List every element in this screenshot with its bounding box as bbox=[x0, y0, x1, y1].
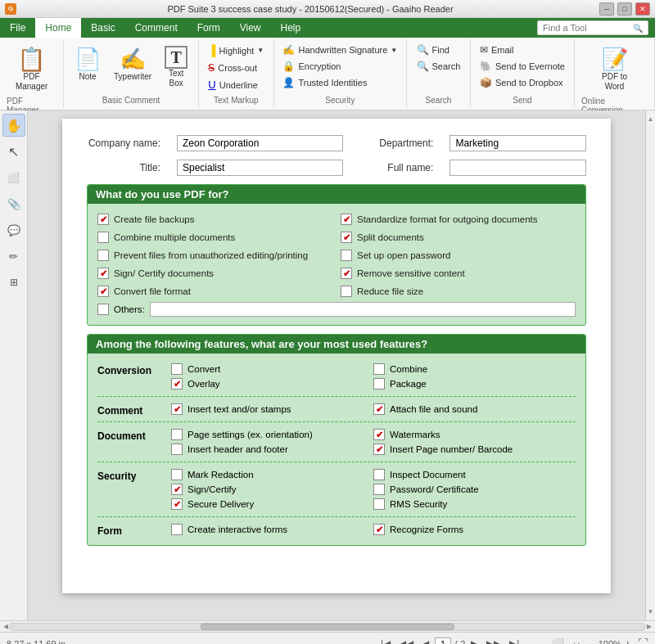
hand-tool[interactable]: ✋ bbox=[2, 114, 25, 137]
right-scrollbar[interactable]: ▲ ▼ bbox=[645, 110, 655, 620]
page-content: Company name: Department: Title: Full na… bbox=[62, 119, 611, 593]
select-tool[interactable]: ↖ bbox=[2, 140, 25, 163]
minimize-button[interactable]: ─ bbox=[599, 2, 614, 16]
survey1-checkbox-6[interactable] bbox=[97, 268, 109, 279]
nav-next[interactable]: ▶ bbox=[468, 638, 481, 645]
document-cb-2[interactable] bbox=[373, 429, 385, 440]
encryption-button[interactable]: 🔒 Encryption bbox=[279, 59, 400, 74]
pen-tool[interactable]: ✏ bbox=[2, 245, 25, 268]
send-dropbox-button[interactable]: 📦 Send to Dropbox bbox=[477, 75, 568, 90]
title-input[interactable] bbox=[177, 160, 343, 176]
security-cb-5[interactable] bbox=[373, 498, 385, 510]
document-cb-3[interactable] bbox=[373, 444, 385, 455]
survey1-title: What do you use PDF for? bbox=[88, 185, 585, 204]
find-button[interactable]: 🔍 Find bbox=[413, 43, 464, 57]
horizontal-scrollbar[interactable]: ◀ ▶ bbox=[0, 620, 655, 632]
conversion-cb-1[interactable] bbox=[171, 378, 183, 390]
zoom-out-button[interactable]: − bbox=[588, 637, 594, 645]
document-item-0: Page settings (ex. orientation) bbox=[171, 427, 373, 442]
nav-prev-section[interactable]: ◀◀ bbox=[396, 638, 416, 645]
left-sidebar: ✋ ↖ ⬜ 📎 💬 ✏ ⊞ bbox=[0, 110, 28, 620]
conversion-cb-3[interactable] bbox=[373, 378, 385, 390]
category-form: Form Create interactive forms Recognize … bbox=[97, 522, 576, 537]
search-label: Search bbox=[432, 61, 461, 71]
typewriter-button[interactable]: ✍ Typewriter bbox=[109, 43, 156, 84]
scroll-right-arrow[interactable]: ▶ bbox=[645, 621, 653, 632]
survey1-checkbox-1[interactable] bbox=[341, 214, 352, 225]
survey1-checkbox-0[interactable] bbox=[97, 214, 109, 225]
textbox-label: TextBox bbox=[169, 69, 183, 88]
security-cb-3[interactable] bbox=[373, 469, 385, 480]
fullname-input[interactable] bbox=[449, 160, 586, 176]
survey1-checkbox-9[interactable] bbox=[341, 286, 352, 297]
underline-button[interactable]: U Underline bbox=[205, 77, 267, 92]
menu-basic[interactable]: Basic bbox=[81, 18, 124, 38]
menu-form[interactable]: Form bbox=[187, 18, 230, 38]
document-cb-1[interactable] bbox=[171, 444, 183, 455]
security-cb-1[interactable] bbox=[171, 484, 183, 495]
survey1-checkbox-7[interactable] bbox=[341, 268, 352, 279]
security-cb-4[interactable] bbox=[373, 484, 385, 495]
survey1-checkbox-4[interactable] bbox=[97, 250, 109, 261]
menubar: File Home Basic Comment Form View Help 🔍 bbox=[0, 18, 655, 38]
fit-page-icon[interactable]: ⬜ bbox=[551, 637, 564, 644]
security-cb-2[interactable] bbox=[171, 498, 183, 510]
department-input[interactable] bbox=[449, 135, 586, 151]
form-cb-0[interactable] bbox=[171, 524, 183, 535]
survey1-checkbox-8[interactable] bbox=[97, 286, 109, 297]
nav-last[interactable]: ▶| bbox=[507, 638, 522, 645]
find-tool-search[interactable]: 🔍 bbox=[537, 20, 648, 35]
survey1-checkbox-2[interactable] bbox=[97, 232, 109, 243]
search-button[interactable]: 🔍 Search bbox=[413, 59, 464, 74]
nav-next-section[interactable]: ▶▶ bbox=[484, 638, 504, 645]
menu-file[interactable]: File bbox=[0, 18, 35, 38]
textbox-button[interactable]: T TextBox bbox=[160, 43, 192, 92]
scrollbar-track[interactable] bbox=[10, 623, 645, 631]
grid-tool[interactable]: ⊞ bbox=[2, 271, 25, 294]
scroll-down-arrow[interactable]: ▼ bbox=[646, 606, 655, 617]
current-page-input[interactable] bbox=[435, 637, 451, 645]
find-tool-input[interactable] bbox=[543, 23, 633, 33]
security-text-4: Password/ Certificate bbox=[390, 484, 479, 494]
scrollbar-thumb[interactable] bbox=[201, 624, 454, 630]
security-cb-0[interactable] bbox=[171, 469, 183, 480]
email-button[interactable]: ✉ Email bbox=[477, 43, 568, 57]
conversion-cb-0[interactable] bbox=[171, 363, 183, 375]
total-pages: 2 bbox=[460, 639, 465, 645]
nav-prev[interactable]: ◀ bbox=[419, 638, 431, 645]
handwritten-signature-button[interactable]: ✍ Handwritten Signature ▼ bbox=[279, 43, 400, 57]
scroll-up-arrow[interactable]: ▲ bbox=[646, 114, 655, 124]
fullscreen-icon[interactable]: ⛶ bbox=[638, 637, 648, 644]
menu-comment[interactable]: Comment bbox=[125, 18, 187, 38]
menu-view[interactable]: View bbox=[230, 18, 271, 38]
rectangle-tool[interactable]: ⬜ bbox=[2, 166, 25, 189]
others-input[interactable] bbox=[150, 302, 576, 317]
company-input[interactable] bbox=[177, 135, 343, 151]
survey1-label-0: Create file backups bbox=[114, 214, 194, 224]
close-button[interactable]: ✕ bbox=[635, 2, 650, 16]
form-cb-1[interactable] bbox=[373, 524, 385, 535]
survey1-checkbox-5[interactable] bbox=[341, 250, 352, 261]
comment-tool[interactable]: 💬 bbox=[2, 218, 25, 241]
comment-cb-0[interactable] bbox=[171, 403, 183, 415]
maximize-button[interactable]: □ bbox=[617, 2, 632, 16]
nav-first[interactable]: |◀ bbox=[378, 638, 393, 645]
others-checkbox[interactable] bbox=[97, 304, 109, 315]
zoom-in-button[interactable]: + bbox=[625, 637, 631, 645]
attach-tool[interactable]: 📎 bbox=[2, 192, 25, 215]
trusted-identities-button[interactable]: 👤 Trusted Identities bbox=[279, 75, 400, 90]
scroll-left-arrow[interactable]: ◀ bbox=[2, 621, 10, 632]
conversion-cb-2[interactable] bbox=[373, 363, 385, 375]
menu-help[interactable]: Help bbox=[271, 18, 311, 38]
highlight-button[interactable]: ▐ Highlight ▼ bbox=[205, 43, 267, 58]
menu-home[interactable]: Home bbox=[35, 18, 81, 38]
document-cb-0[interactable] bbox=[171, 429, 183, 440]
pdf-to-word-button[interactable]: 📝 PDF toWord bbox=[597, 43, 633, 95]
note-button[interactable]: 📄 Note bbox=[70, 43, 106, 84]
crossout-button[interactable]: S̶ Cross-out bbox=[205, 60, 267, 75]
survey1-checkbox-3[interactable] bbox=[341, 232, 352, 243]
pdf-manager-button[interactable]: 📋 PDFManager bbox=[11, 43, 52, 95]
send-evernote-button[interactable]: 🐘 Send to Evernote bbox=[477, 59, 568, 74]
fit-width-icon[interactable]: ↔ bbox=[571, 637, 581, 644]
comment-cb-1[interactable] bbox=[373, 403, 385, 415]
